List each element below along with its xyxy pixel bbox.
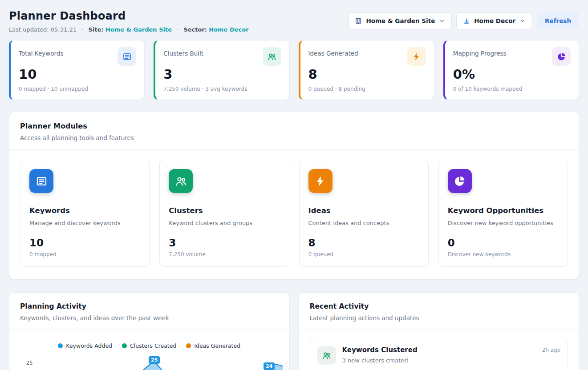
panel-subtitle: Access all planning tools and features (20, 134, 568, 141)
recent-activity-card: Recent Activity Latest planning actions … (299, 292, 580, 370)
module-icon-box (169, 169, 193, 193)
module-value: 10 (29, 237, 140, 249)
header-controls: Home & Garden Site Home Decor Refresh (348, 12, 579, 29)
stat-value: 10 (19, 67, 136, 82)
stat-icon-box (552, 47, 571, 66)
recent-activity-header: Recent Activity Latest planning actions … (299, 293, 579, 330)
stat-cards-row: Total Keywords 10 0 mapped · 10 unmapped… (9, 40, 579, 100)
sector-link[interactable]: Home Decor (209, 26, 248, 33)
stat-detail: 7,250 volume · 3 avg keywords (163, 86, 281, 92)
page-header: Planner Dashboard Last updated: 05:31:21… (9, 8, 579, 33)
legend-label: Ideas Generated (194, 342, 240, 349)
module-title: Keyword Opportunities (448, 206, 559, 215)
stat-label: Clusters Built (163, 47, 203, 57)
planning-activity-header: Planning Activity Keywords, clusters, an… (9, 293, 289, 330)
users-icon (175, 175, 187, 187)
divider (9, 330, 289, 330)
module-description: Discover new keyword opportunities (448, 220, 559, 226)
stat-detail: 0 queued · 8 pending (308, 86, 426, 92)
y-axis-tick: 25 (26, 360, 33, 366)
chart-legend: Keywords Added Clusters Created Ideas Ge… (9, 342, 289, 349)
header-left: Planner Dashboard Last updated: 05:31:21… (9, 8, 249, 33)
last-updated-label: Last updated: (9, 26, 49, 33)
card-title: Planning Activity (20, 302, 279, 310)
module-card-keyword-opportunities[interactable]: Keyword Opportunities Discover new keywo… (438, 160, 568, 267)
refresh-button[interactable]: Refresh (537, 12, 579, 29)
legend-dot-green (122, 343, 127, 348)
module-title: Clusters (169, 206, 280, 215)
document-icon (36, 175, 48, 187)
point-label-25: 25 (149, 356, 160, 364)
card-title: Recent Activity (310, 302, 568, 310)
module-icon-box (448, 169, 472, 193)
stat-card-mapping-progress: Mapping Progress 0% 0 of 10 keywords map… (443, 40, 579, 100)
module-description: Keyword clusters and groups (169, 220, 280, 226)
pie-chart-icon (454, 175, 466, 187)
module-value: 3 (169, 237, 280, 249)
stat-card-total-keywords: Total Keywords 10 0 mapped · 10 unmapped (9, 40, 145, 100)
activity-timestamp: 2h ago (542, 346, 560, 353)
stat-icon-box (407, 47, 426, 66)
activity-title: Keywords Clustered (342, 346, 418, 354)
planner-modules-panel: Planner Modules Access all planning tool… (9, 112, 579, 280)
activity-description: 3 new clusters created (342, 357, 418, 364)
module-card-clusters[interactable]: Clusters Keyword clusters and groups 3 7… (159, 160, 289, 267)
module-description: Content ideas and concepts (308, 220, 419, 226)
planner-modules-header: Planner Modules Access all planning tool… (9, 112, 579, 149)
last-updated-value: 05:31:21 (51, 26, 77, 33)
building-icon (355, 17, 362, 24)
site-selector[interactable]: Home & Garden Site (348, 12, 452, 29)
stat-icon-box (118, 47, 136, 66)
legend-item-clusters-created: Clusters Created (122, 342, 176, 349)
bolt-icon (314, 175, 326, 187)
legend-label: Keywords Added (66, 342, 112, 349)
chevron-down-icon (519, 18, 526, 24)
users-icon (267, 52, 276, 61)
stat-detail: 0 mapped · 10 unmapped (19, 86, 136, 92)
activity-body: Keywords Clustered 3 new clusters create… (342, 346, 418, 364)
activity-icon-box (317, 346, 336, 365)
sector-selector[interactable]: Home Decor (456, 12, 532, 29)
stat-icon-box (263, 47, 281, 66)
module-title: Keywords (29, 206, 140, 215)
meta-separator: · (177, 26, 178, 33)
module-detail: 0 queued (308, 251, 419, 257)
page-title: Planner Dashboard (9, 10, 249, 22)
stat-card-clusters-built: Clusters Built 3 7,250 volume · 3 avg ke… (154, 40, 289, 100)
module-card-keywords[interactable]: Keywords Manage and discover keywords 10… (20, 160, 150, 267)
card-subtitle: Latest planning actions and updates (310, 314, 568, 322)
legend-dot-blue (58, 343, 63, 348)
activity-list: Keywords Clustered 3 new clusters create… (299, 330, 579, 370)
activity-item-keywords-clustered: Keywords Clustered 3 new clusters create… (310, 339, 568, 370)
bottom-row: Planning Activity Keywords, clusters, an… (9, 292, 579, 370)
stat-value: 0% (453, 67, 571, 82)
stat-label: Mapping Progress (453, 47, 507, 57)
module-card-ideas[interactable]: Ideas Content ideas and concepts 8 0 que… (299, 160, 429, 267)
module-detail: Discover new keywords (448, 251, 559, 257)
panel-title: Planner Modules (20, 122, 568, 130)
legend-label: Clusters Created (130, 342, 176, 349)
legend-item-keywords-added: Keywords Added (58, 342, 112, 349)
site-link[interactable]: Home & Garden Site (105, 26, 172, 33)
planning-activity-card: Planning Activity Keywords, clusters, an… (9, 292, 290, 370)
chevron-down-icon (439, 18, 445, 24)
legend-item-ideas-generated: Ideas Generated (186, 342, 240, 349)
module-detail: 7,250 volume (169, 251, 280, 257)
stat-label: Ideas Generated (308, 47, 358, 57)
bolt-icon (412, 52, 421, 61)
module-detail: 0 mapped (29, 251, 140, 257)
point-label-24: 24 (264, 362, 275, 370)
users-icon (322, 351, 331, 360)
stat-value: 8 (308, 67, 426, 82)
module-description: Manage and discover keywords (29, 220, 140, 226)
stat-value: 3 (163, 67, 281, 82)
module-value: 0 (448, 237, 559, 249)
sector-label: Sector: (183, 26, 207, 33)
module-value: 8 (308, 237, 419, 249)
stat-label: Total Keywords (19, 47, 64, 57)
module-icon-box (308, 169, 333, 193)
modules-grid: Keywords Manage and discover keywords 10… (9, 150, 579, 279)
bar-chart-icon (463, 17, 470, 24)
module-title: Ideas (308, 206, 419, 215)
sector-selector-label: Home Decor (474, 17, 515, 24)
